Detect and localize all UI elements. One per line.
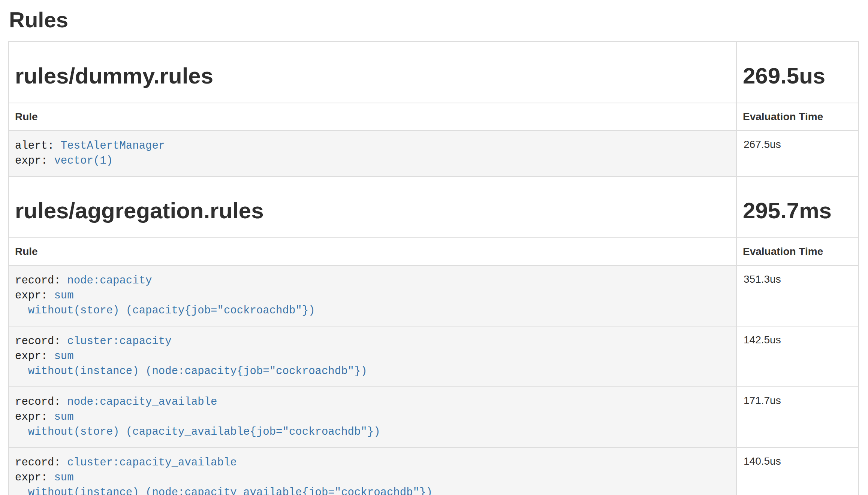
expr-link[interactable]: sum without(instance) (node:capacity_ava… [15,471,433,495]
page-container: Rules rules/dummy.rules269.5usRuleEvalua… [0,7,868,495]
rule-evaluation-time: 142.5us [736,326,859,387]
rule-evaluation-time: 351.3us [736,265,859,326]
page-title: Rules [9,7,860,33]
rule-cell: record: node:capacity_available expr: su… [9,387,736,447]
rule-definition: record: cluster:capacity_available expr:… [9,448,736,495]
rule-evaluation-time: 267.5us [736,131,859,176]
rule-group-evaluation-time: 269.5us [743,64,852,88]
record-name-link[interactable]: node:capacity [67,274,152,287]
rules-table: rules/dummy.rules269.5usRuleEvaluation T… [8,41,859,495]
rule-definition: record: node:capacity_available expr: su… [9,387,736,447]
rule-row: record: node:capacity_available expr: su… [9,387,859,447]
rule-row: alert: TestAlertManager expr: vector(1)2… [9,131,859,176]
rule-group-file: rules/aggregation.rules [15,198,730,223]
rule-cell: alert: TestAlertManager expr: vector(1) [9,131,736,176]
rule-evaluation-time: 140.5us [736,447,859,495]
rule-column-header: Rule [9,238,736,265]
rule-definition: record: cluster:capacity expr: sum witho… [9,327,736,386]
rule-group-evaluation-time-cell: 269.5us [736,42,859,103]
column-header-row: RuleEvaluation Time [9,238,859,265]
evaluation-time-column-header: Evaluation Time [736,238,859,265]
expr-link[interactable]: sum without(store) (capacity{job="cockro… [15,289,315,317]
rule-row: record: node:capacity expr: sum without(… [9,265,859,326]
rule-cell: record: node:capacity expr: sum without(… [9,265,736,326]
rule-group-evaluation-time-cell: 295.7ms [736,176,859,238]
record-name-link[interactable]: cluster:capacity [67,335,171,347]
rule-row: record: cluster:capacity_available expr:… [9,447,859,495]
expr-link[interactable]: vector(1) [54,155,113,167]
rule-group-header-row: rules/aggregation.rules295.7ms [9,176,859,238]
alert-name-link[interactable]: TestAlertManager [61,140,165,152]
rule-row: record: cluster:capacity expr: sum witho… [9,326,859,387]
rule-group-file: rules/dummy.rules [15,64,730,88]
rule-group-file-cell: rules/dummy.rules [9,42,736,103]
rule-group-file-cell: rules/aggregation.rules [9,176,736,238]
rule-group-header-row: rules/dummy.rules269.5us [9,42,859,103]
column-header-row: RuleEvaluation Time [9,103,859,131]
expr-link[interactable]: sum without(store) (capacity_available{j… [15,411,380,438]
rule-group-evaluation-time: 295.7ms [743,198,852,223]
rule-cell: record: cluster:capacity_available expr:… [9,447,736,495]
rule-column-header: Rule [9,103,736,131]
evaluation-time-column-header: Evaluation Time [736,103,859,131]
rule-definition: alert: TestAlertManager expr: vector(1) [9,131,736,176]
record-name-link[interactable]: cluster:capacity_available [67,456,236,469]
rule-evaluation-time: 171.7us [736,387,859,447]
rule-definition: record: node:capacity expr: sum without(… [9,266,736,326]
rules-table-body: rules/dummy.rules269.5usRuleEvaluation T… [9,42,859,495]
rule-cell: record: cluster:capacity expr: sum witho… [9,326,736,387]
expr-link[interactable]: sum without(instance) (node:capacity{job… [15,350,367,377]
record-name-link[interactable]: node:capacity_available [67,396,217,408]
